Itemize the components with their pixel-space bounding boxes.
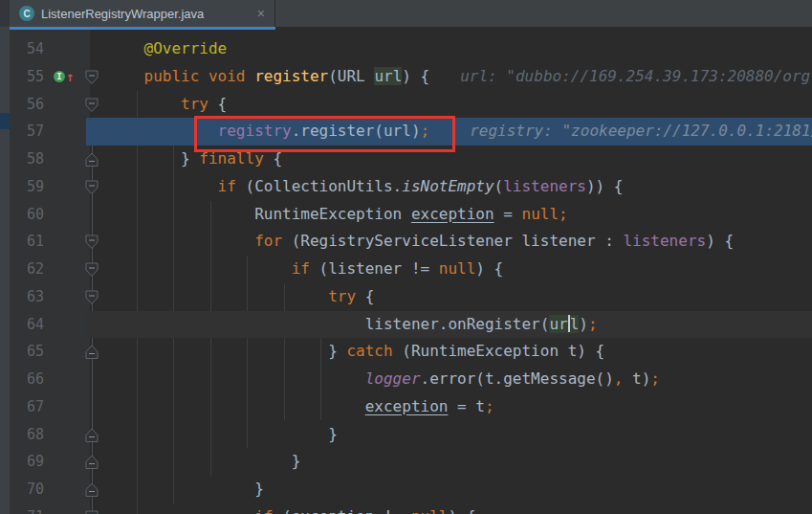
code-line-54[interactable]: 54@Override bbox=[10, 35, 812, 63]
line-number[interactable]: 56 bbox=[10, 91, 48, 119]
fold-marker-up-icon[interactable] bbox=[86, 448, 99, 476]
code-token: } bbox=[292, 452, 301, 470]
code-token: ) bbox=[579, 315, 588, 333]
line-number[interactable]: 68 bbox=[10, 421, 48, 449]
code-line-57[interactable]: 57registry.register(url);registry: "zook… bbox=[10, 118, 812, 145]
code-token: ( bbox=[494, 177, 504, 195]
code-line-59[interactable]: 59 if (CollectionUtils.isNotEmpty(listen… bbox=[10, 173, 812, 201]
fold-column bbox=[86, 201, 99, 229]
adjacent-panel-strip-top bbox=[0, 0, 10, 27]
gutter-icon-area bbox=[48, 118, 86, 145]
gutter-icon-area bbox=[48, 256, 86, 283]
code-line-65[interactable]: 65 } catch (RuntimeException t) { bbox=[10, 338, 812, 366]
code-line-58[interactable]: 58 } finally { bbox=[10, 145, 812, 173]
code-line-56[interactable]: 56 try { bbox=[10, 91, 812, 119]
fold-marker-down-icon[interactable] bbox=[86, 63, 99, 91]
line-number[interactable]: 55 bbox=[10, 63, 48, 91]
code-text[interactable]: @Override bbox=[99, 35, 812, 63]
code-text[interactable]: } catch (RuntimeException t) { bbox=[99, 338, 812, 366]
gutter-icon-area bbox=[48, 448, 86, 476]
code-line-69[interactable]: 69 } bbox=[10, 448, 812, 476]
implements-method-icon[interactable]: I bbox=[54, 71, 65, 82]
line-number[interactable]: 63 bbox=[10, 283, 48, 311]
line-number[interactable]: 65 bbox=[10, 338, 48, 366]
code-token: .error(t.getMessage() bbox=[421, 369, 614, 388]
code-text[interactable]: } bbox=[99, 476, 812, 503]
code-text[interactable]: for (RegistryServiceListener listener : … bbox=[99, 228, 812, 256]
code-text[interactable]: } bbox=[99, 421, 812, 449]
code-token: , bbox=[614, 369, 624, 388]
fold-marker-down-icon[interactable] bbox=[86, 173, 99, 201]
code-text[interactable]: } finally { bbox=[99, 145, 812, 173]
code-line-55[interactable]: 55I↑ public void register(URL url) {url:… bbox=[10, 63, 812, 91]
line-number[interactable]: 61 bbox=[10, 228, 48, 256]
line-number[interactable]: 70 bbox=[10, 476, 48, 503]
overrides-method-icon[interactable]: ↑ bbox=[66, 70, 74, 83]
code-text[interactable]: if (CollectionUtils.isNotEmpty(listeners… bbox=[99, 173, 812, 201]
fold-marker-up-icon[interactable] bbox=[86, 338, 99, 366]
code-line-66[interactable]: 66logger.error(t.getMessage(), t); bbox=[10, 366, 812, 393]
code-token: { bbox=[356, 287, 374, 305]
code-token: ; bbox=[421, 122, 430, 140]
code-line-68[interactable]: 68 } bbox=[10, 421, 812, 449]
code-text[interactable]: try { bbox=[99, 91, 812, 119]
line-number[interactable]: 71 bbox=[10, 503, 48, 514]
code-text[interactable]: listener.onRegister(url); bbox=[99, 311, 812, 339]
code-text[interactable]: } bbox=[99, 448, 812, 476]
fold-column bbox=[86, 118, 99, 145]
fold-marker-up-icon[interactable] bbox=[86, 421, 99, 449]
line-number[interactable]: 66 bbox=[10, 366, 48, 393]
code-text[interactable]: if (exception != null) { bbox=[99, 503, 812, 514]
fold-marker-down-icon[interactable] bbox=[86, 503, 99, 514]
code-line-64[interactable]: 64listener.onRegister(url); bbox=[10, 311, 812, 339]
line-number[interactable]: 60 bbox=[10, 201, 48, 229]
code-editor[interactable]: 54@Override55I↑ public void register(URL… bbox=[10, 30, 812, 514]
line-number[interactable]: 54 bbox=[10, 35, 48, 63]
fold-marker-down-icon[interactable] bbox=[86, 91, 99, 119]
editor-tab-bar: C ListenerRegistryWrapper.java × bbox=[10, 0, 812, 27]
line-number[interactable]: 62 bbox=[10, 256, 48, 283]
code-line-61[interactable]: 61 for (RegistryServiceListener listener… bbox=[10, 228, 812, 256]
gutter-icon-area bbox=[48, 35, 86, 63]
fold-marker-up-icon[interactable] bbox=[86, 145, 99, 173]
code-token: public bbox=[144, 67, 200, 85]
code-token: try bbox=[181, 95, 208, 113]
line-number[interactable]: 57 bbox=[10, 118, 48, 145]
code-text[interactable]: exception = t; bbox=[99, 393, 812, 421]
line-number[interactable]: 59 bbox=[10, 173, 48, 201]
code-token: ; bbox=[650, 369, 660, 388]
fold-marker-down-icon[interactable] bbox=[86, 256, 99, 283]
code-line-70[interactable]: 70 } bbox=[10, 476, 812, 503]
gutter-icon-area: I↑ bbox=[48, 63, 86, 91]
code-text[interactable]: try { bbox=[99, 283, 812, 311]
code-text[interactable]: logger.error(t.getMessage(), t); bbox=[99, 366, 812, 393]
line-number[interactable]: 69 bbox=[10, 448, 48, 476]
code-token: } bbox=[328, 342, 346, 360]
code-token: != bbox=[374, 507, 411, 514]
code-text[interactable]: RuntimeException exception = null; bbox=[99, 201, 812, 229]
code-token: for bbox=[254, 232, 282, 250]
code-token: listeners bbox=[623, 232, 706, 250]
code-line-62[interactable]: 62 if (listener != null) { bbox=[10, 256, 812, 283]
close-icon[interactable]: × bbox=[257, 7, 265, 20]
fold-marker-down-icon[interactable] bbox=[86, 228, 99, 256]
code-text[interactable]: public void register(URL url) {url: "dub… bbox=[99, 63, 812, 91]
code-line-71[interactable]: 71 if (exception != null) { bbox=[10, 503, 812, 514]
code-text[interactable]: registry.register(url);registry: "zookee… bbox=[99, 118, 812, 145]
code-token: if bbox=[254, 507, 273, 514]
fold-column bbox=[86, 311, 99, 339]
tab-listener-registry-wrapper[interactable]: C ListenerRegistryWrapper.java × bbox=[10, 0, 275, 27]
code-line-60[interactable]: 60RuntimeException exception = null; bbox=[10, 201, 812, 229]
fold-marker-up-icon[interactable] bbox=[86, 476, 99, 503]
line-number[interactable]: 58 bbox=[10, 145, 48, 173]
ide-window: C ListenerRegistryWrapper.java × 54@Over… bbox=[0, 0, 812, 514]
fold-marker-down-icon[interactable] bbox=[86, 283, 99, 311]
code-token: null bbox=[522, 205, 560, 223]
code-line-63[interactable]: 63 try { bbox=[10, 283, 812, 311]
code-text[interactable]: if (listener != null) { bbox=[99, 256, 812, 283]
highlighted-identifier: l bbox=[570, 315, 580, 333]
code-token: try bbox=[328, 287, 356, 305]
line-number[interactable]: 67 bbox=[10, 393, 48, 421]
code-line-67[interactable]: 67exception = t; bbox=[10, 393, 812, 421]
line-number[interactable]: 64 bbox=[10, 311, 48, 339]
